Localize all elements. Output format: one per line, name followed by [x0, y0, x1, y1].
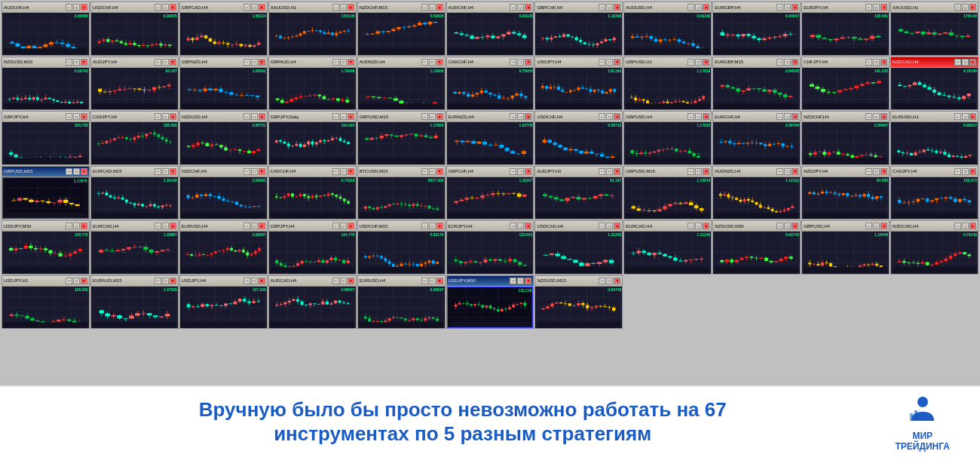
chart-window[interactable]: EURAUD,M15─□✕1.47920 [90, 275, 179, 330]
chart-window[interactable]: GBPAUD,H4─□✕1.76018 [268, 57, 357, 111]
maximize-button[interactable]: □ [695, 59, 702, 66]
maximize-button[interactable]: □ [517, 113, 524, 120]
maximize-button[interactable]: □ [429, 168, 436, 175]
close-button[interactable]: ✕ [792, 4, 798, 11]
close-button[interactable]: ✕ [259, 59, 265, 66]
maximize-button[interactable]: □ [73, 278, 80, 284]
minimize-button[interactable]: ─ [510, 278, 516, 284]
close-button[interactable]: ✕ [81, 59, 87, 66]
close-button[interactable]: ✕ [436, 278, 443, 284]
chart-window[interactable]: EURUSD,H4─□✕0.99687 [179, 220, 268, 275]
close-button[interactable]: ✕ [436, 113, 443, 120]
maximize-button[interactable]: □ [517, 59, 524, 66]
close-button[interactable]: ✕ [703, 59, 709, 66]
chart-window[interactable]: NZDUSD,M15─□✕0.60743 [2, 57, 90, 111]
maximize-button[interactable]: □ [429, 4, 436, 11]
maximize-button[interactable]: □ [340, 59, 347, 66]
minimize-button[interactable]: ─ [865, 222, 872, 229]
minimize-button[interactable]: ─ [688, 59, 694, 66]
minimize-button[interactable]: ─ [688, 168, 694, 175]
close-button[interactable]: ✕ [170, 222, 176, 229]
close-button[interactable]: ✕ [880, 113, 887, 120]
minimize-button[interactable]: ─ [332, 222, 339, 229]
close-button[interactable]: ✕ [525, 222, 531, 229]
minimize-button[interactable]: ─ [243, 59, 250, 66]
close-button[interactable]: ✕ [880, 168, 887, 175]
chart-window[interactable]: USDJPY,H4─□✕137.205 [179, 275, 268, 330]
minimize-button[interactable]: ─ [243, 168, 250, 175]
close-button[interactable]: ✕ [81, 4, 87, 11]
close-button[interactable]: ✕ [525, 59, 531, 66]
minimize-button[interactable]: ─ [510, 168, 516, 175]
minimize-button[interactable]: ─ [865, 59, 872, 66]
close-button[interactable]: ✕ [703, 113, 709, 120]
minimize-button[interactable]: ─ [66, 59, 72, 66]
minimize-button[interactable]: ─ [954, 4, 961, 11]
close-button[interactable]: ✕ [880, 59, 887, 66]
close-button[interactable]: ✕ [436, 59, 443, 66]
maximize-button[interactable]: □ [695, 113, 702, 120]
maximize-button[interactable]: □ [251, 59, 258, 66]
chart-window[interactable]: USDJPY,H4─□✕138.260 [534, 57, 623, 111]
close-button[interactable]: ✕ [525, 168, 531, 175]
close-button[interactable]: ✕ [348, 168, 354, 175]
chart-window[interactable]: AUDCHF,H4─□✕0.66025 [446, 2, 534, 56]
minimize-button[interactable]: ─ [776, 113, 783, 120]
minimize-button[interactable]: ─ [510, 113, 516, 120]
maximize-button[interactable]: □ [517, 222, 524, 229]
minimize-button[interactable]: ─ [421, 59, 428, 66]
chart-window[interactable]: USDCHF,H4─□✕0.96713 [534, 111, 623, 165]
chart-window[interactable]: GBPNZD,H4─□✕1.93962 [179, 57, 268, 111]
minimize-button[interactable]: ─ [243, 4, 250, 11]
maximize-button[interactable]: □ [873, 113, 880, 120]
close-button[interactable]: ✕ [792, 113, 798, 120]
minimize-button[interactable]: ─ [688, 222, 694, 229]
maximize-button[interactable]: □ [873, 222, 880, 229]
close-button[interactable]: ✕ [348, 113, 354, 120]
maximize-button[interactable]: □ [784, 4, 791, 11]
minimize-button[interactable]: ─ [421, 168, 428, 175]
maximize-button[interactable]: □ [606, 59, 613, 66]
close-button[interactable]: ✕ [614, 4, 620, 11]
maximize-button[interactable]: □ [251, 4, 258, 11]
close-button[interactable]: ✕ [703, 4, 709, 11]
minimize-button[interactable]: ─ [599, 278, 605, 284]
maximize-button[interactable]: □ [73, 168, 80, 175]
close-button[interactable]: ✕ [259, 113, 265, 120]
minimize-button[interactable]: ─ [599, 4, 605, 11]
chart-window[interactable]: EURCAD,H4─□✕1.29887 [90, 220, 179, 275]
close-button[interactable]: ✕ [614, 278, 620, 284]
minimize-button[interactable]: ─ [155, 168, 161, 175]
close-button[interactable]: ✕ [259, 278, 265, 284]
close-button[interactable]: ✕ [969, 222, 976, 229]
close-button[interactable]: ✕ [436, 168, 443, 175]
minimize-button[interactable]: ─ [332, 278, 339, 284]
maximize-button[interactable]: □ [162, 278, 169, 284]
maximize-button[interactable]: □ [162, 59, 169, 66]
minimize-button[interactable]: ─ [243, 278, 250, 284]
maximize-button[interactable]: □ [873, 168, 880, 175]
close-button[interactable]: ✕ [348, 278, 354, 284]
chart-window[interactable]: EURCAD,M15─□✕1.30190 [90, 166, 179, 220]
chart-window[interactable]: AUDCAD,H4─□✕0.89617 [268, 275, 357, 330]
chart-window[interactable]: GBPJPY,Daily─□✕164.024 [268, 111, 357, 165]
minimize-button[interactable]: ─ [66, 222, 72, 229]
chart-window[interactable]: AUDJPY,H1─□✕93.187 [534, 166, 623, 220]
chart-window[interactable]: GBPJPY,H4─□✕104.775 [268, 220, 357, 275]
chart-window[interactable]: USDJPY,M30─□✕132.218 [446, 275, 534, 330]
chart-window[interactable]: CADJPY,H4─□✕106.665 [90, 111, 179, 165]
maximize-button[interactable]: □ [429, 278, 436, 284]
chart-window[interactable]: CADJPY,H4─□✕105.672 [890, 166, 978, 220]
minimize-button[interactable]: ─ [243, 222, 250, 229]
close-button[interactable]: ✕ [880, 222, 887, 229]
minimize-button[interactable]: ─ [510, 222, 516, 229]
minimize-button[interactable]: ─ [865, 168, 872, 175]
maximize-button[interactable]: □ [73, 59, 80, 66]
chart-window[interactable]: USDCAD,H4─□✕1.31258 [534, 220, 623, 275]
maximize-button[interactable]: □ [695, 168, 702, 175]
chart-window[interactable]: NZDCHF,H4─□✕0.59963 [179, 166, 268, 220]
chart-window[interactable]: NZDCHF,M15─□✕0.59825 [357, 2, 446, 56]
close-button[interactable]: ✕ [259, 222, 265, 229]
minimize-button[interactable]: ─ [66, 278, 72, 284]
maximize-button[interactable]: □ [340, 278, 347, 284]
